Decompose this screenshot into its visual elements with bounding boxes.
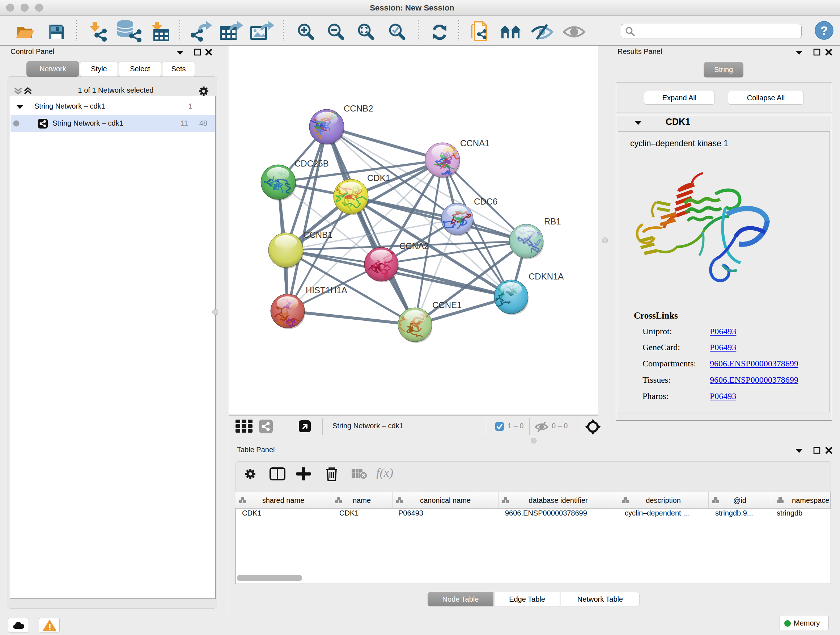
svg-text:CCNA2: CCNA2 <box>399 241 429 251</box>
svg-text:HIST1H1A: HIST1H1A <box>306 285 347 295</box>
svg-text:CCNB1: CCNB1 <box>303 230 332 240</box>
svg-text:RB1: RB1 <box>544 217 561 226</box>
svg-text:CDK1: CDK1 <box>367 173 390 183</box>
svg-text:CDC25B: CDC25B <box>294 158 329 168</box>
svg-text:CDKN1A: CDKN1A <box>529 272 564 281</box>
svg-text:CCNB2: CCNB2 <box>344 103 373 113</box>
svg-text:?: ? <box>821 24 828 37</box>
svg-text:CCNE1: CCNE1 <box>432 300 462 310</box>
svg-text:CCNA1: CCNA1 <box>460 138 489 148</box>
svg-text:CDC6: CDC6 <box>474 196 497 206</box>
